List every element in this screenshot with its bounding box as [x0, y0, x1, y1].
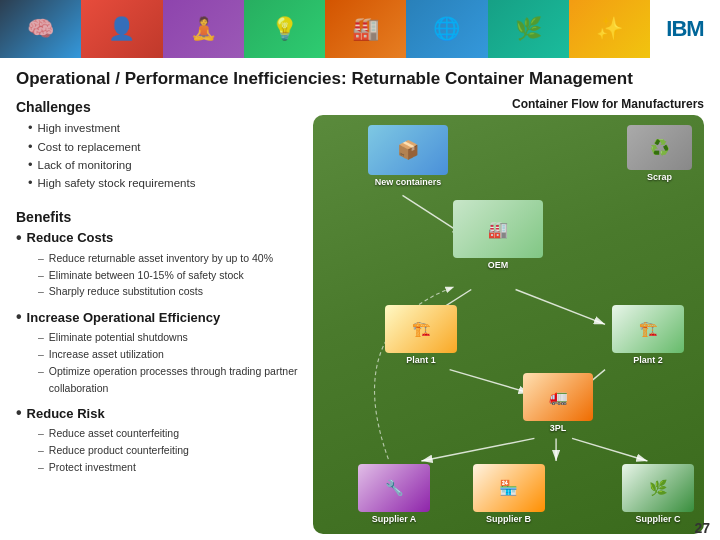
list-item: Lack of monitoring: [28, 156, 301, 174]
list-item: Optimize operation processes through tra…: [38, 363, 301, 397]
flow-node-new-containers: 📦 New containers: [368, 125, 448, 187]
bullet-icon: •: [16, 229, 22, 247]
banner-block-1: 🧠: [0, 0, 81, 58]
interconnected-icon: 👤: [108, 16, 135, 42]
ibm-logo-container: IBM: [650, 0, 720, 58]
intelligent-icon: 🧠: [27, 16, 54, 42]
supplier-c-label: Supplier C: [635, 514, 680, 524]
list-item: Reduce returnable asset inventory by up …: [38, 250, 301, 267]
plant1-label: Plant 1: [406, 355, 436, 365]
banner-block-5: 🏭: [325, 0, 406, 58]
oem-image: 🏭: [453, 200, 543, 258]
3pl-image: 🚛: [523, 373, 593, 421]
supplier-b-label: Supplier B: [486, 514, 531, 524]
list-item: Cost to replacement: [28, 138, 301, 156]
benefits-section: Benefits • Reduce Costs Reduce returnabl…: [16, 207, 301, 484]
flow-node-plant1: 🏗️ Plant 1: [385, 305, 457, 365]
list-item: High safety stock requirements: [28, 174, 301, 192]
flow-node-supplier-b: 🏪 Supplier B: [473, 464, 545, 524]
benefit-title-risk: • Reduce Risk: [16, 404, 301, 422]
header-banner: 🧠 👤 🧘 💡 🏭 🌐 🌿 ✨ IBM: [0, 0, 720, 58]
benefit-reduce-costs: • Reduce Costs Reduce returnable asset i…: [16, 229, 301, 300]
flow-diagram: 📦 New containers ♻️ Scrap 🏭 OEM 🏗️ Plant…: [313, 115, 704, 534]
list-item: Increase asset utilization: [38, 346, 301, 363]
flow-node-3pl: 🚛 3PL: [523, 373, 593, 433]
flow-node-plant2: 🏗️ Plant 2: [612, 305, 684, 365]
challenges-list: High investment Cost to replacement Lack…: [28, 119, 301, 193]
left-panel: Challenges High investment Cost to repla…: [16, 97, 301, 534]
instrumented-icon: 💡: [271, 16, 298, 42]
benefit-title-efficiency: • Increase Operational Efficiency: [16, 308, 301, 326]
scrap-label: Scrap: [647, 172, 672, 182]
3pl-label: 3PL: [550, 423, 567, 433]
flow-node-supplier-c: 🌿 Supplier C: [622, 464, 694, 524]
benefit-sub-list-costs: Reduce returnable asset inventory by up …: [38, 250, 301, 300]
ibm-logo: IBM: [666, 16, 703, 42]
list-item: Eliminate potential shutdowns: [38, 329, 301, 346]
benefit-sub-list-risk: Reduce asset counterfeiting Reduce produ…: [38, 425, 301, 475]
industry-icon: 🏭: [352, 16, 379, 42]
plant1-image: 🏗️: [385, 305, 457, 353]
main-content: Operational / Performance Inefficiencies…: [0, 58, 720, 540]
right-panel: Container Flow for Manufacturers: [313, 97, 704, 534]
benefit-title-reduce-costs: • Reduce Costs: [16, 229, 301, 247]
new-containers-image: 📦: [368, 125, 448, 175]
banner-block-4: 💡: [244, 0, 325, 58]
new-containers-label: New containers: [375, 177, 442, 187]
banner-block-7: 🌿: [488, 0, 569, 58]
bullet-icon: •: [16, 308, 22, 326]
banner-block-2: 👤: [81, 0, 162, 58]
supplier-b-image: 🏪: [473, 464, 545, 512]
banner-block-6: 🌐: [406, 0, 487, 58]
supplier-a-image: 🔧: [358, 464, 430, 512]
flow-node-scrap: ♻️ Scrap: [627, 125, 692, 182]
list-item: Protect investment: [38, 459, 301, 476]
supplier-c-image: 🌿: [622, 464, 694, 512]
page-number: 27: [694, 520, 710, 536]
list-item: Reduce asset counterfeiting: [38, 425, 301, 442]
benefit-sub-list-efficiency: Eliminate potential shutdowns Increase a…: [38, 329, 301, 396]
plant2-image: 🏗️: [612, 305, 684, 353]
content-body: Challenges High investment Cost to repla…: [16, 97, 704, 534]
header-images: 🧠 👤 🧘 💡 🏭 🌐 🌿 ✨: [0, 0, 650, 58]
green-icon: 🌿: [515, 16, 542, 42]
globe-icon: 🌐: [433, 16, 460, 42]
benefit-reduce-risk: • Reduce Risk Reduce asset counterfeitin…: [16, 404, 301, 475]
scrap-image: ♻️: [627, 125, 692, 170]
star-icon: ✨: [596, 16, 623, 42]
list-item: Reduce product counterfeiting: [38, 442, 301, 459]
benefit-operational-efficiency: • Increase Operational Efficiency Elimin…: [16, 308, 301, 396]
flow-node-oem: 🏭 OEM: [453, 200, 543, 270]
flow-node-supplier-a: 🔧 Supplier A: [358, 464, 430, 524]
plant2-label: Plant 2: [633, 355, 663, 365]
challenges-title: Challenges: [16, 99, 301, 115]
banner-block-3: 🧘: [163, 0, 244, 58]
list-item: Eliminate between 10-15% of safety stock: [38, 267, 301, 284]
bullet-icon: •: [16, 404, 22, 422]
supplier-a-label: Supplier A: [372, 514, 417, 524]
flow-diagram-title: Container Flow for Manufacturers: [313, 97, 704, 111]
oem-label: OEM: [488, 260, 509, 270]
benefits-title: Benefits: [16, 209, 301, 225]
list-item: Sharply reduce substitution costs: [38, 283, 301, 300]
page-title: Operational / Performance Inefficiencies…: [16, 68, 704, 89]
health-icon: 🧘: [190, 16, 217, 42]
list-item: High investment: [28, 119, 301, 137]
banner-block-8: ✨: [569, 0, 650, 58]
